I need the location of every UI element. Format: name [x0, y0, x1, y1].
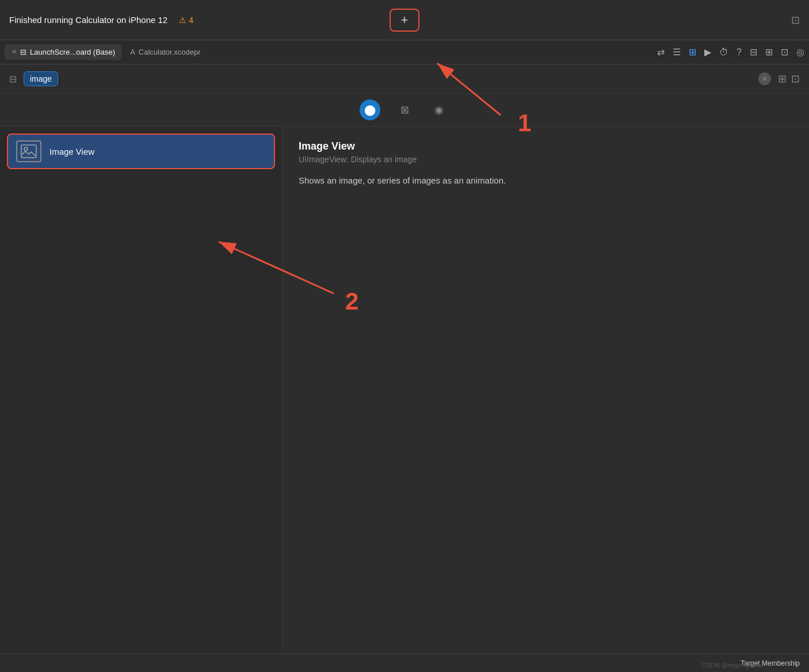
tab-close-icon[interactable]: ✕	[12, 48, 17, 56]
detail-subtitle: UIImageView: Displays an image	[299, 155, 793, 164]
help-icon[interactable]: ?	[737, 47, 742, 58]
tab-bar: ✕ ⊟ LaunchScre...oard (Base) A Calculato…	[0, 40, 809, 64]
detail-title: Image View	[299, 140, 793, 152]
file-icon[interactable]: ▶	[704, 47, 711, 58]
library-header: ⊟ image ✕ ⊞ ⊡	[0, 64, 809, 94]
hamburger-icon[interactable]: ⊟	[9, 74, 17, 85]
toolbar-icons: ⇄ ☰ ⊞ ▶ ⏱ ? ⊟ ⊞ ⊡ ◎	[657, 47, 804, 58]
close-button[interactable]: ✕	[758, 72, 771, 85]
close-icon: ✕	[762, 75, 768, 83]
watermark: CSDN @myprogramc	[701, 662, 763, 669]
tab-calculator[interactable]: A Calculator.xcodepr	[123, 44, 207, 60]
palette-symbol: ◉	[434, 104, 444, 116]
tab-label-launchscreen: LaunchScre...oard (Base)	[30, 48, 115, 56]
tab-icon-launchscreen: ⊟	[20, 48, 26, 56]
sidebar-toggle-icon: ⊡	[791, 72, 800, 85]
header-right: ✕ ⊞ ⊡	[758, 72, 800, 85]
add-button-container: +	[390, 9, 419, 32]
detail-description: Shows an image, or series of images as a…	[299, 174, 793, 188]
menu-icon[interactable]: ☰	[673, 47, 681, 58]
grid-view-icon: ⊞	[778, 72, 787, 85]
content-area: Image View Image View UIImageView: Displ…	[0, 127, 809, 672]
warning-icon: ⚠	[179, 16, 186, 25]
main-panel: ⊟ image ✕ ⊞ ⊡ ⬤ ⊠ ◉	[0, 64, 809, 672]
detail-panel: Image View UIImageView: Displays an imag…	[282, 127, 809, 672]
filter-bar: ⬤ ⊠ ◉	[0, 94, 809, 127]
dot-symbol: ⬤	[364, 104, 376, 116]
list-item-label-image-view: Image View	[49, 147, 94, 156]
item-list: Image View	[0, 127, 282, 672]
add-library-icon[interactable]: ⊞	[689, 47, 696, 58]
layout-icon[interactable]: ⊡	[791, 14, 800, 26]
image-symbol: ⊠	[400, 104, 409, 116]
filter-icon-dot[interactable]: ⬤	[360, 100, 380, 120]
warning-count: 4	[189, 16, 193, 25]
inspector-icon[interactable]: ◎	[796, 47, 804, 58]
tab-launchscreen[interactable]: ✕ ⊟ LaunchScre...oard (Base)	[5, 44, 122, 60]
list-item-image-view[interactable]: Image View	[7, 133, 275, 169]
svg-rect-0	[21, 145, 36, 158]
tab-icon-calculator: A	[130, 48, 135, 56]
bottom-bar: Target Membership	[0, 654, 809, 672]
add-button[interactable]: +	[390, 9, 419, 32]
filter-icon-palette[interactable]: ◉	[429, 100, 449, 120]
clock-icon[interactable]: ⏱	[719, 47, 728, 58]
refresh-icon[interactable]: ⇄	[657, 47, 665, 58]
slider-icon[interactable]: ⊞	[765, 47, 773, 58]
ruler-icon[interactable]: ⊡	[781, 47, 788, 58]
view-toggle[interactable]: ⊞ ⊡	[778, 72, 800, 85]
list-item-icon-image-view	[16, 140, 41, 162]
svg-point-1	[24, 147, 28, 151]
warning-badge: ⚠ 4	[179, 16, 193, 25]
title-bar: Finished running Calculator on iPhone 12…	[0, 0, 809, 40]
filter-icon-image[interactable]: ⊠	[394, 100, 415, 120]
search-box[interactable]: image	[24, 71, 58, 86]
title-text: Finished running Calculator on iPhone 12	[9, 15, 167, 25]
tab-label-calculator: Calculator.xcodepr	[139, 48, 201, 56]
keyboard-icon[interactable]: ⊟	[750, 47, 757, 58]
